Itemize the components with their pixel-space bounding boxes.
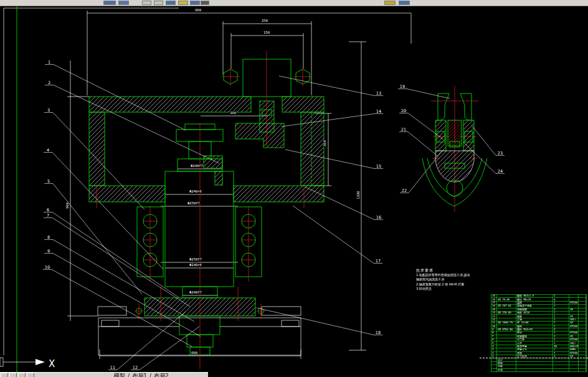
note-line: 轴承用汽油清洗干净 — [416, 277, 470, 282]
balloon-leader — [472, 125, 496, 156]
balloon-number-17: 17 — [376, 259, 381, 264]
balloon-leader — [293, 206, 374, 264]
pan-icon[interactable] — [190, 1, 200, 5]
balloon-leader — [257, 308, 374, 335]
balloon-number-20: 20 — [401, 108, 406, 113]
tab-nav-next-button[interactable] — [18, 373, 26, 377]
bom-cell: HT200 — [569, 351, 579, 355]
print-preview-icon[interactable] — [118, 1, 129, 5]
balloon-number-18: 18 — [376, 330, 381, 335]
detail-view — [422, 86, 487, 212]
balloon-number-7: 7 — [47, 213, 49, 218]
housing — [89, 97, 324, 202]
toolbar — [0, 0, 588, 6]
tab-nav-last-button[interactable] — [27, 373, 34, 377]
ucs-icon: X — [0, 358, 55, 370]
balloon-number-5: 5 — [47, 179, 50, 184]
tab-nav-first-button[interactable] — [1, 373, 8, 377]
dimension-label: 900 — [65, 203, 69, 209]
balloon-number-6: 6 — [47, 208, 49, 212]
balloon-leader — [285, 150, 374, 169]
balloon-number-2: 2 — [48, 80, 50, 85]
balloon-number-19: 19 — [400, 84, 405, 89]
balloon-number-8: 8 — [47, 235, 50, 240]
bom-cell — [553, 368, 569, 371]
undo-icon[interactable] — [142, 1, 151, 5]
dimension-label: Φ250f7 — [189, 257, 202, 261]
balloon-leader — [140, 327, 199, 370]
balloon-leader — [52, 212, 179, 298]
redo-icon[interactable] — [154, 1, 163, 5]
ucs-x-arrow — [36, 359, 45, 365]
balloon-number-9: 9 — [47, 249, 50, 254]
note-line: 3.转动灵活 — [416, 287, 470, 291]
bom-cell — [569, 368, 579, 371]
balloon-number-22: 22 — [402, 188, 407, 193]
note-line: 1.装配前所有零件用煤油清洗干净,滚动 — [416, 273, 470, 277]
spellcheck-icon[interactable] — [103, 1, 116, 5]
tab-nav-prev-button[interactable] — [9, 373, 17, 377]
ucs-x-label: X — [49, 358, 55, 370]
bom-row: 批准 — [491, 368, 587, 371]
main-assembly-view — [89, 51, 324, 369]
cad-application-window: { "toolbar": { "icons": [ {"name":"spell… — [0, 0, 588, 377]
dimension-label: Φ240r6 — [189, 263, 202, 267]
dimension-label: Φ240f7 — [191, 164, 203, 168]
notes-lines: 1.装配前所有零件用煤油清洗干净,滚动 轴承用汽油清洗干净2.轴承预紧力矩按 2… — [416, 273, 470, 291]
orbit-icon[interactable] — [166, 1, 176, 5]
balloon-leader — [279, 76, 374, 96]
balloon-number-21: 21 — [401, 127, 406, 132]
bom-cell: HT200 — [569, 325, 579, 328]
tab-separator: / — [149, 373, 151, 377]
balloon-number-3: 3 — [47, 108, 50, 113]
tab-布局2[interactable]: 布局2 — [154, 373, 169, 377]
bom-cell: 批准 — [497, 368, 516, 371]
bom-cell — [491, 368, 497, 371]
balloon-leader — [409, 151, 442, 193]
properties-icon[interactable] — [201, 1, 209, 5]
balloon-number-24: 24 — [498, 169, 503, 174]
bom-cell: HT200 — [569, 301, 579, 304]
balloon-leader — [282, 114, 374, 127]
help-icon[interactable] — [399, 1, 410, 5]
tab-布局1[interactable]: 布局1 — [132, 373, 147, 377]
balloon-number-15: 15 — [376, 164, 381, 169]
dimension-label: Φ240r6 — [189, 189, 202, 193]
bom-cell: HT200 — [569, 338, 579, 341]
technical-notes: 技术要求 1.装配前所有零件用煤油清洗干净,滚动 轴承用汽油清洗干净2.轴承预紧… — [416, 268, 470, 291]
dimension-label: 980 — [195, 8, 201, 12]
balloon-leader — [305, 187, 374, 220]
balloon-leader — [53, 240, 194, 322]
bom-cell — [516, 368, 553, 371]
statusbar: 模型/布局1/布局2 — [0, 372, 208, 377]
tab-separator: / — [128, 373, 130, 377]
balloon-number-13: 13 — [376, 91, 381, 96]
balloon-number-12: 12 — [133, 365, 138, 370]
dimension-label: 350 — [323, 140, 326, 146]
balloon-number-4: 4 — [47, 148, 49, 153]
zoom-icon[interactable] — [178, 1, 188, 5]
dimension-label: 150 — [263, 31, 270, 34]
balloon-number-23: 23 — [498, 151, 503, 156]
note-line: 2.轴承预紧力矩按 2 级 4N·M 拧紧 — [416, 282, 470, 287]
balloon-leader — [408, 132, 437, 156]
dimension-label: 250 — [262, 19, 268, 22]
notes-title: 技术要求 — [416, 268, 470, 272]
balloon-number-11: 11 — [110, 365, 115, 370]
layout-tabs: 模型/布局1/布局2 — [114, 373, 169, 377]
bom-table: 19螺母 M24×1.5218GB 70-85螺钉 M8×25617端盖1HT2… — [491, 294, 586, 372]
balloon-number-14: 14 — [376, 109, 381, 114]
dimension-label: 380 — [230, 111, 236, 115]
balloon-number-16: 16 — [376, 215, 381, 220]
balloon-number-1: 1 — [48, 60, 50, 65]
dimension-label: 1330 — [356, 191, 360, 199]
bom-cell — [579, 368, 587, 371]
title-block-divider — [480, 358, 588, 358]
dimension-label: Φ240f7 — [189, 290, 202, 294]
tab-模型[interactable]: 模型 — [114, 373, 125, 377]
dimension-label: Φ250f7 — [187, 201, 200, 205]
bom-cell: HT200 — [569, 332, 579, 335]
balloon-number-10: 10 — [45, 265, 50, 270]
cut-icon[interactable] — [384, 1, 396, 5]
bom-cell: 60Si2Mn — [569, 345, 579, 348]
